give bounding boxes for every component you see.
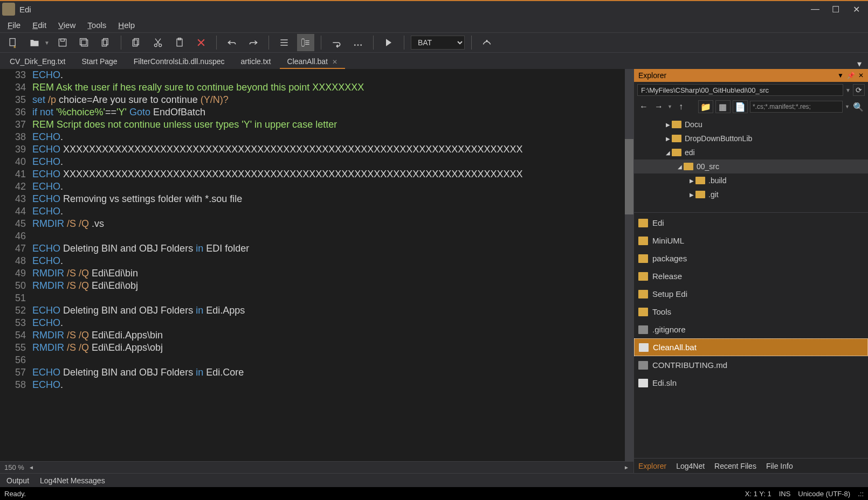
tab-4[interactable]: CleanAll.bat✕: [280, 55, 346, 69]
menu-file[interactable]: File: [2, 19, 26, 31]
maximize-button[interactable]: ☐: [830, 4, 841, 15]
refresh-button[interactable]: ⟳: [853, 84, 865, 96]
tab-overflow-icon[interactable]: ▾: [853, 59, 866, 69]
menu-edit[interactable]: Edit: [27, 19, 52, 31]
up-button[interactable]: ↑: [674, 100, 687, 113]
wrap-button[interactable]: [328, 34, 345, 51]
list-view-button[interactable]: ▦: [715, 100, 731, 113]
code-line[interactable]: 40ECHO.: [0, 156, 633, 168]
settings-button[interactable]: [478, 34, 495, 51]
bottom-tab-3[interactable]: File Info: [766, 462, 793, 470]
menu-tools[interactable]: Tools: [82, 19, 112, 31]
back-button[interactable]: ←: [637, 100, 650, 113]
code-line[interactable]: 44ECHO.: [0, 205, 633, 218]
detail-view-button[interactable]: 📄: [733, 100, 748, 113]
more-button[interactable]: …: [349, 34, 367, 51]
code-line[interactable]: 36if not '%choice%'=='Y' Goto EndOfBatch: [0, 106, 633, 119]
file-item[interactable]: MiniUML: [634, 232, 868, 249]
close-panel-icon[interactable]: ✕: [858, 72, 864, 79]
redo-button[interactable]: [245, 34, 262, 51]
minimize-button[interactable]: —: [810, 4, 821, 15]
copy-button[interactable]: [128, 34, 145, 51]
tree-item[interactable]: ▶DropDownButtonLib: [634, 131, 868, 145]
code-area[interactable]: 33ECHO.34REM Ask the user if hes really …: [0, 69, 633, 461]
folder-tree[interactable]: ▶Docu▶DropDownButtonLib◢edi◢00_src▶.buil…: [634, 115, 868, 212]
file-list[interactable]: EdiMiniUMLpackagesReleaseSetup EdiTools.…: [634, 212, 868, 458]
bottom-tab-1[interactable]: Log4Net: [676, 462, 705, 470]
file-item[interactable]: CleanAll.bat: [634, 338, 868, 356]
code-line[interactable]: 54RMDIR /S /Q Edi\Edi.Apps\bin: [0, 329, 633, 342]
code-line[interactable]: 42ECHO.: [0, 180, 633, 193]
line-numbers-button[interactable]: [297, 34, 314, 51]
tree-item[interactable]: ▶.git: [634, 188, 868, 202]
menu-help[interactable]: Help: [113, 19, 140, 31]
pin-icon[interactable]: 📌: [847, 72, 855, 79]
path-input[interactable]: [637, 84, 843, 96]
file-item[interactable]: Tools: [634, 303, 868, 321]
save-button[interactable]: [54, 34, 71, 51]
code-line[interactable]: 39ECHO XXXXXXXXXXXXXXXXXXXXXXXXXXXXXXXXX…: [0, 143, 633, 156]
copy-all-button[interactable]: [97, 34, 114, 51]
code-line[interactable]: 55RMDIR /S /Q Edi\Edi.Apps\obj: [0, 342, 633, 354]
tab-3[interactable]: article.txt: [233, 55, 279, 69]
file-item[interactable]: .gitignore: [634, 321, 868, 338]
code-line[interactable]: 47ECHO Deleting BIN and OBJ Folders in E…: [0, 242, 633, 255]
folder-view-button[interactable]: 📁: [698, 100, 713, 113]
code-line[interactable]: 34REM Ask the user if hes really sure to…: [0, 81, 633, 94]
horizontal-scrollbar[interactable]: [36, 464, 622, 471]
code-line[interactable]: 33ECHO.: [0, 69, 633, 81]
code-line[interactable]: 41ECHO XXXXXXXXXXXXXXXXXXXXXXXXXXXXXXXXX…: [0, 168, 633, 180]
open-button[interactable]: [26, 34, 43, 51]
tab-2[interactable]: FilterControlsLib.dll.nuspec: [126, 55, 232, 69]
dropdown-icon[interactable]: ▼: [837, 72, 844, 79]
new-file-button[interactable]: [4, 34, 22, 51]
tree-item[interactable]: ▶.build: [634, 173, 868, 188]
code-line[interactable]: 56: [0, 354, 633, 366]
output-tab-1[interactable]: Log4Net Messages: [36, 475, 109, 486]
code-line[interactable]: 46: [0, 230, 633, 242]
code-line[interactable]: 57ECHO Deleting BIN and OBJ Folders in E…: [0, 366, 633, 379]
menu-view[interactable]: View: [53, 19, 81, 31]
explorer-title-bar[interactable]: Explorer ▼ 📌 ✕: [634, 69, 868, 82]
code-line[interactable]: 52ECHO Deleting BIN and OBJ Folders in E…: [0, 304, 633, 317]
code-line[interactable]: 38ECHO.: [0, 131, 633, 143]
close-button[interactable]: ✕: [851, 4, 862, 15]
tree-item[interactable]: ◢edi: [634, 145, 868, 159]
code-line[interactable]: 37REM Script does not continue unless us…: [0, 119, 633, 131]
file-item[interactable]: Edi: [634, 214, 868, 232]
tree-item[interactable]: ▶Docu: [634, 117, 868, 131]
filter-input[interactable]: [750, 101, 843, 113]
bottom-tab-0[interactable]: Explorer: [638, 462, 666, 470]
vertical-scrollbar[interactable]: [625, 69, 633, 461]
code-line[interactable]: 43ECHO Removing vs settings folder with …: [0, 193, 633, 205]
file-item[interactable]: CONTRIBUTING.md: [634, 356, 868, 374]
output-tab-0[interactable]: Output: [2, 475, 33, 486]
file-item[interactable]: Release: [634, 267, 868, 285]
zoom-level[interactable]: 150 %: [4, 463, 24, 471]
undo-button[interactable]: [223, 34, 240, 51]
code-line[interactable]: 35set /p choice=Are you sure to continue…: [0, 94, 633, 106]
cut-button[interactable]: [149, 34, 167, 51]
status-ctrl[interactable]: .::: [858, 490, 864, 498]
paste-button[interactable]: [171, 34, 188, 51]
tab-close-icon[interactable]: ✕: [332, 58, 337, 66]
syntax-select[interactable]: BAT: [411, 36, 465, 50]
file-item[interactable]: packages: [634, 249, 868, 267]
code-line[interactable]: 45RMDIR /S /Q .vs: [0, 218, 633, 230]
tab-0[interactable]: CV_Dirk_Eng.txt: [2, 55, 73, 69]
tab-1[interactable]: Start Page: [74, 55, 125, 69]
tree-item[interactable]: ◢00_src: [634, 159, 868, 173]
search-icon[interactable]: 🔍: [852, 102, 865, 112]
bottom-tab-2[interactable]: Recent Files: [714, 462, 756, 470]
code-line[interactable]: 53ECHO.: [0, 317, 633, 329]
code-line[interactable]: 49RMDIR /S /Q Edi\Edi\bin: [0, 267, 633, 280]
forward-button[interactable]: →: [652, 100, 665, 113]
file-item[interactable]: Setup Edi: [634, 285, 868, 303]
code-line[interactable]: 48ECHO.: [0, 255, 633, 267]
code-line[interactable]: 50RMDIR /S /Q Edi\Edi\obj: [0, 280, 633, 292]
code-line[interactable]: 51: [0, 292, 633, 304]
delete-button[interactable]: [192, 34, 210, 51]
code-line[interactable]: 58ECHO.: [0, 379, 633, 391]
lines-button[interactable]: [275, 34, 293, 51]
run-button[interactable]: [380, 34, 397, 51]
